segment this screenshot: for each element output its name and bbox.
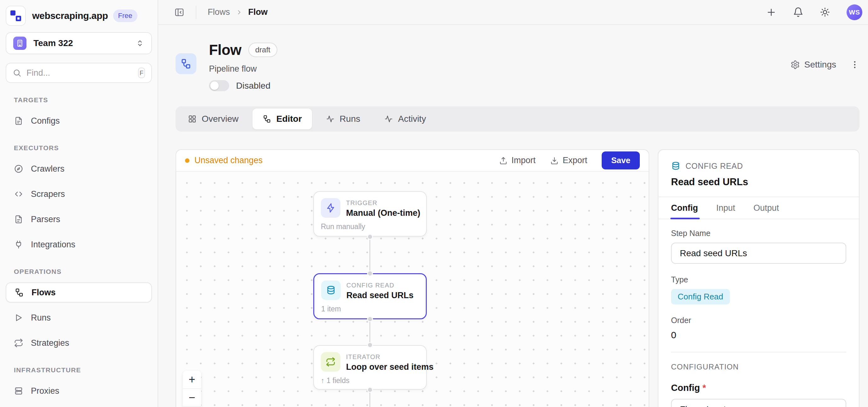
sidebar-section-operations: OPERATIONS xyxy=(14,268,152,275)
chevron-down-icon xyxy=(829,405,838,407)
app-title: webscraping.app xyxy=(32,10,108,21)
bolt-icon xyxy=(321,198,340,218)
tab-activity[interactable]: Activity xyxy=(374,109,436,129)
connection-handle[interactable] xyxy=(367,387,373,393)
connection-handle[interactable] xyxy=(367,234,373,240)
search-input[interactable] xyxy=(27,68,138,78)
upload-icon xyxy=(499,156,508,165)
canvas-zoom-controls: + − xyxy=(183,371,201,407)
sidebar-item-label: Proxies xyxy=(31,386,59,396)
sidebar-item-scrapers[interactable]: Scrapers xyxy=(6,184,152,204)
type-value-chip: Config Read xyxy=(671,289,730,304)
notifications-bell-icon[interactable] xyxy=(793,7,803,17)
node-meta: 1 item xyxy=(321,305,419,313)
inspector-tabbar: Config Input Output xyxy=(658,197,859,219)
save-button[interactable]: Save xyxy=(602,151,640,169)
search-shortcut-badge: F xyxy=(138,67,145,78)
required-asterisk: * xyxy=(703,383,706,393)
type-label: Type xyxy=(671,275,846,284)
create-new-icon[interactable] xyxy=(766,7,777,18)
server-icon xyxy=(14,386,23,396)
breadcrumb-current: Flow xyxy=(248,7,268,17)
plug-icon xyxy=(14,240,23,249)
team-switcher[interactable]: Team 322 xyxy=(6,32,152,54)
sidebar-item-parsers[interactable]: Parsers xyxy=(6,209,152,229)
sidebar-item-strategies[interactable]: Strategies xyxy=(6,333,152,353)
node-trigger[interactable]: TRIGGER Manual (One-time) Run manually xyxy=(313,191,427,237)
play-icon xyxy=(14,313,23,322)
tab-label: Overview xyxy=(202,114,239,124)
activity-icon xyxy=(384,115,393,123)
flow-canvas[interactable]: TRIGGER Manual (One-time) Run manually C… xyxy=(176,172,649,407)
download-icon xyxy=(550,156,559,165)
sidebar-item-proxies[interactable]: Proxies xyxy=(6,381,152,401)
sidebar-section-targets: TARGETS xyxy=(14,96,152,104)
tab-label: Activity xyxy=(398,114,426,124)
code-icon xyxy=(14,189,23,199)
tab-output[interactable]: Output xyxy=(753,197,779,219)
node-iterator[interactable]: ITERATOR Loop over seed items ↑ 1 fields xyxy=(313,345,427,390)
sidebar: webscraping.app Free Team 322 F TARGETS … xyxy=(0,0,158,407)
settings-label: Settings xyxy=(804,60,836,70)
connection-handle[interactable] xyxy=(367,316,373,322)
sidebar-section-executors: EXECUTORS xyxy=(14,144,152,152)
workflow-icon xyxy=(14,288,24,297)
tab-input[interactable]: Input xyxy=(716,197,735,219)
connection-handle[interactable] xyxy=(367,270,373,277)
node-config-read[interactable]: CONFIG READ Read seed URLs 1 item xyxy=(313,273,427,319)
sidebar-item-label: Runs xyxy=(31,313,51,323)
import-button[interactable]: Import xyxy=(499,155,536,165)
flow-type-icon xyxy=(176,53,196,74)
unsaved-dot-icon xyxy=(185,158,189,163)
main-content: Flow draft Pipeline flow Disabled Settin… xyxy=(158,25,868,407)
tab-config[interactable]: Config xyxy=(671,197,698,219)
export-label: Export xyxy=(563,155,587,165)
sidebar-item-label: Scrapers xyxy=(31,189,65,199)
flow-tabbar: Overview Editor Runs Activity xyxy=(176,106,860,132)
tab-overview[interactable]: Overview xyxy=(178,109,249,129)
file-icon xyxy=(14,116,23,125)
page-title: Flow xyxy=(209,41,241,58)
sidebar-item-label: Flows xyxy=(32,288,56,297)
plan-badge: Free xyxy=(113,9,137,22)
config-select[interactable]: Flow - Input xyxy=(671,399,846,407)
flow-editor-card: Unsaved changes Import Export Save xyxy=(176,149,649,407)
theme-sun-icon[interactable] xyxy=(820,7,830,17)
zoom-out-button[interactable]: − xyxy=(183,388,201,406)
zoom-in-button[interactable]: + xyxy=(183,371,201,388)
tab-runs[interactable]: Runs xyxy=(316,109,370,129)
chevron-right-icon xyxy=(236,9,243,16)
sidebar-item-integrations[interactable]: Integrations xyxy=(6,234,152,255)
search-icon xyxy=(12,68,22,77)
sidebar-item-label: Strategies xyxy=(31,338,69,348)
database-icon xyxy=(671,161,680,171)
brand[interactable]: webscraping.app Free xyxy=(6,0,152,32)
export-button[interactable]: Export xyxy=(550,155,587,165)
search-box[interactable]: F xyxy=(6,63,152,83)
kebab-menu-icon[interactable] xyxy=(850,60,860,69)
step-inspector-panel: CONFIG READ Read seed URLs Config Input … xyxy=(658,149,860,407)
node-type-label: ITERATOR xyxy=(346,353,434,360)
file-icon xyxy=(14,214,23,224)
settings-button[interactable]: Settings xyxy=(790,60,836,70)
tab-editor[interactable]: Editor xyxy=(252,109,312,129)
activity-icon xyxy=(326,115,335,123)
enabled-toggle[interactable] xyxy=(209,80,229,91)
connection-handle[interactable] xyxy=(367,342,373,348)
sidebar-item-configs[interactable]: Configs xyxy=(6,111,152,131)
sidebar-item-crawlers[interactable]: Crawlers xyxy=(6,159,152,179)
unsaved-label: Unsaved changes xyxy=(194,155,262,165)
node-type-label: CONFIG READ xyxy=(346,282,413,289)
user-avatar[interactable]: WS xyxy=(846,4,862,20)
sidebar-item-flows[interactable]: Flows xyxy=(6,282,152,302)
step-name-input[interactable] xyxy=(671,243,846,264)
sidebar-item-runs[interactable]: Runs xyxy=(6,308,152,328)
editor-toolbar: Unsaved changes Import Export Save xyxy=(176,150,649,172)
sidebar-collapse-icon[interactable] xyxy=(174,7,184,17)
flow-header: Flow draft Pipeline flow Disabled Settin… xyxy=(176,41,860,91)
node-type-label: TRIGGER xyxy=(346,199,421,207)
sidebar-item-label: Configs xyxy=(31,116,60,126)
node-meta: Run manually xyxy=(321,223,419,231)
sidebar-section-infrastructure: INFRASTRUCTURE xyxy=(14,366,152,374)
breadcrumb-flows-link[interactable]: Flows xyxy=(208,7,230,17)
